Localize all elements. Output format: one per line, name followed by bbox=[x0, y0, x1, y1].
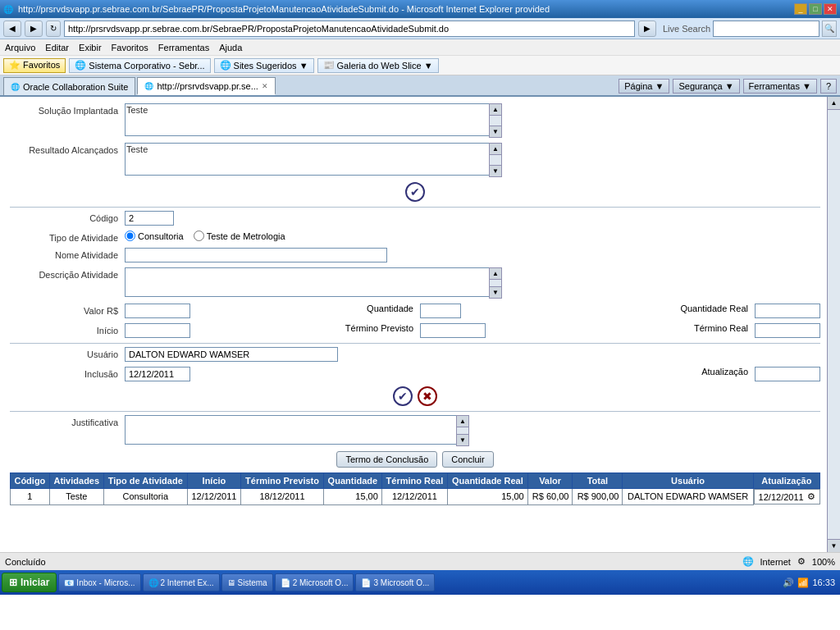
main-scrollbar: ▲ ▼ bbox=[827, 97, 840, 552]
status-text: Concluído bbox=[5, 557, 46, 567]
valor-row: Valor R$ Quantidade Quantidade Real bbox=[10, 304, 820, 318]
resultado-row: Resultado Alcançados ▲ ▼ Teste bbox=[10, 143, 820, 177]
maximize-button[interactable]: □ bbox=[809, 3, 822, 15]
nome-atividade-input[interactable] bbox=[125, 248, 387, 262]
termino-real-label: Término Real bbox=[694, 323, 748, 333]
quantidade-input[interactable] bbox=[420, 304, 461, 318]
task-inbox[interactable]: 📧 Inbox - Micros... bbox=[58, 573, 140, 591]
quantidade-real-input[interactable] bbox=[755, 304, 820, 318]
scroll-up-arrow[interactable]: ▲ bbox=[828, 97, 840, 110]
url-input[interactable] bbox=[64, 21, 635, 37]
status-bar: Concluído 🌐 Internet ⚙ 100% bbox=[0, 552, 840, 570]
menu-bar: Arquivo Editar Exibir Favoritos Ferramen… bbox=[0, 39, 840, 56]
favorites-toolbar: ⭐ Favoritos 🌐 Sistema Corporativo - Sebr… bbox=[0, 56, 840, 75]
back-button[interactable]: ◀ bbox=[3, 21, 21, 37]
consultoria-radio[interactable] bbox=[125, 231, 135, 241]
page-button[interactable]: Página ▼ bbox=[619, 79, 669, 94]
menu-editar[interactable]: Editar bbox=[45, 43, 69, 52]
quantidade-real-label: Quantidade Real bbox=[680, 304, 748, 313]
start-button[interactable]: ⊞ Iniciar bbox=[2, 573, 57, 592]
task-ms1[interactable]: 📄 2 Microsoft O... bbox=[275, 573, 354, 591]
close-button[interactable]: ✕ bbox=[824, 3, 837, 15]
cell-tipo: Consultoria bbox=[103, 489, 187, 505]
concluir-button[interactable]: Concluir bbox=[442, 451, 493, 468]
cell-termino-real: 12/12/2011 bbox=[381, 489, 447, 505]
resultado-scroll-down[interactable]: ▼ bbox=[490, 165, 501, 176]
inicio-input[interactable] bbox=[125, 323, 190, 338]
consultoria-radio-label[interactable]: Consultoria bbox=[125, 231, 184, 241]
col-tipo: Tipo de Atividade bbox=[103, 473, 187, 489]
ferramentas-button[interactable]: Ferramentas ▼ bbox=[743, 79, 817, 94]
usuario-input[interactable] bbox=[125, 347, 338, 362]
tab-close-icon[interactable]: ✕ bbox=[262, 82, 268, 90]
search-input[interactable] bbox=[713, 21, 819, 37]
address-bar: ◀ ▶ ↻ ▶ Live Search 🔍 bbox=[0, 18, 840, 39]
menu-ajuda[interactable]: Ajuda bbox=[219, 43, 242, 52]
save-button[interactable]: ✔ bbox=[393, 386, 413, 406]
col-usuario: Usuário bbox=[623, 473, 753, 489]
descricao-scroll-dn[interactable]: ▼ bbox=[490, 286, 501, 298]
title-bar: 🌐 http://prsrvdsvapp.pr.sebrae.com.br/Se… bbox=[0, 0, 840, 18]
col-total: Total bbox=[573, 473, 623, 489]
cell-valor: R$ 60,00 bbox=[527, 489, 573, 505]
go-button[interactable]: ▶ bbox=[638, 21, 656, 37]
valor-input[interactable] bbox=[125, 304, 190, 318]
menu-arquivo[interactable]: Arquivo bbox=[5, 43, 35, 52]
solucao-label: Solução Implantada bbox=[10, 103, 125, 116]
inclusao-input[interactable] bbox=[125, 367, 190, 381]
confirm-button[interactable]: ✔ bbox=[405, 182, 425, 202]
descricao-scroll-up[interactable]: ▲ bbox=[490, 268, 501, 280]
forward-button[interactable]: ▶ bbox=[25, 21, 43, 37]
cell-qtd: 15,00 bbox=[323, 489, 381, 505]
col-valor: Valor bbox=[527, 473, 573, 489]
task-sistema[interactable]: 🖥 Sistema bbox=[221, 573, 273, 591]
refresh-button[interactable]: ↻ bbox=[46, 21, 61, 37]
col-qtd: Quantidade bbox=[323, 473, 381, 489]
justificativa-textarea[interactable] bbox=[125, 415, 469, 445]
inicio-label: Início bbox=[10, 323, 125, 336]
solucao-scroll-down[interactable]: ▼ bbox=[490, 126, 501, 137]
row-icon[interactable]: ⚙ bbox=[807, 491, 815, 502]
descricao-textarea[interactable] bbox=[125, 267, 502, 297]
help-button[interactable]: ? bbox=[820, 79, 837, 94]
cell-termino-prev: 18/12/2011 bbox=[241, 489, 324, 505]
tab-oracle[interactable]: 🌐 Oracle Collaboration Suite bbox=[3, 77, 135, 95]
quantidade-label: Quantidade bbox=[367, 304, 413, 313]
toolbar-link-galeria[interactable]: 📰 Galeria do Web Slice ▼ bbox=[317, 58, 439, 73]
minimize-button[interactable]: _ bbox=[794, 3, 807, 15]
toolbar-link-sistema[interactable]: 🌐 Sistema Corporativo - Sebr... bbox=[69, 58, 210, 73]
metrologia-radio-label[interactable]: Teste de Metrologia bbox=[194, 231, 285, 241]
codigo-input[interactable] bbox=[125, 211, 174, 226]
confirm-row: ✔ bbox=[10, 182, 820, 202]
termo-conclusao-button[interactable]: Termo de Conclusão bbox=[336, 451, 437, 468]
atividades-table: Código Atividades Tipo de Atividade Iníc… bbox=[10, 472, 820, 505]
menu-ferramentas[interactable]: Ferramentas bbox=[158, 43, 209, 52]
justificativa-scroll-up[interactable]: ▲ bbox=[457, 416, 468, 427]
cell-codigo: 1 bbox=[11, 489, 50, 505]
resultado-textarea[interactable] bbox=[125, 143, 502, 176]
solucao-textarea[interactable] bbox=[125, 103, 502, 136]
cell-total: R$ 900,00 bbox=[573, 489, 623, 505]
termino-previsto-input[interactable] bbox=[420, 323, 486, 338]
solucao-scroll-up[interactable]: ▲ bbox=[490, 104, 501, 116]
menu-exibir[interactable]: Exibir bbox=[79, 43, 102, 52]
task-ms2[interactable]: 📄 3 Microsoft O... bbox=[355, 573, 435, 591]
tipo-atividade-row: Tipo de Atividade Consultoria Teste de M… bbox=[10, 231, 820, 243]
col-inicio: Início bbox=[187, 473, 240, 489]
task-ie[interactable]: 🌐 2 Internet Ex... bbox=[143, 573, 220, 591]
menu-favoritos[interactable]: Favoritos bbox=[112, 43, 148, 52]
cancel-button[interactable]: ✖ bbox=[418, 386, 437, 406]
toolbar-link-sites[interactable]: 🌐 Sites Sugeridos ▼ bbox=[214, 58, 314, 73]
descricao-row: Descrição Atividade ▲ ▼ bbox=[10, 267, 820, 299]
justificativa-scroll-dn[interactable]: ▼ bbox=[457, 434, 468, 445]
search-button[interactable]: 🔍 bbox=[822, 21, 837, 37]
resultado-scroll-up[interactable]: ▲ bbox=[490, 144, 501, 155]
atualizacao-input[interactable] bbox=[755, 367, 820, 381]
security-button[interactable]: Segurança ▼ bbox=[673, 79, 739, 94]
termino-real-input[interactable] bbox=[755, 323, 820, 338]
justificativa-label: Justificativa bbox=[10, 415, 125, 427]
metrologia-radio[interactable] bbox=[194, 231, 204, 241]
favorites-button[interactable]: ⭐ Favoritos bbox=[3, 58, 66, 73]
tab-prsrvds[interactable]: 🌐 http://prsrvdsvapp.pr.se... ✕ bbox=[137, 77, 276, 95]
scroll-down-arrow[interactable]: ▼ bbox=[828, 539, 840, 552]
